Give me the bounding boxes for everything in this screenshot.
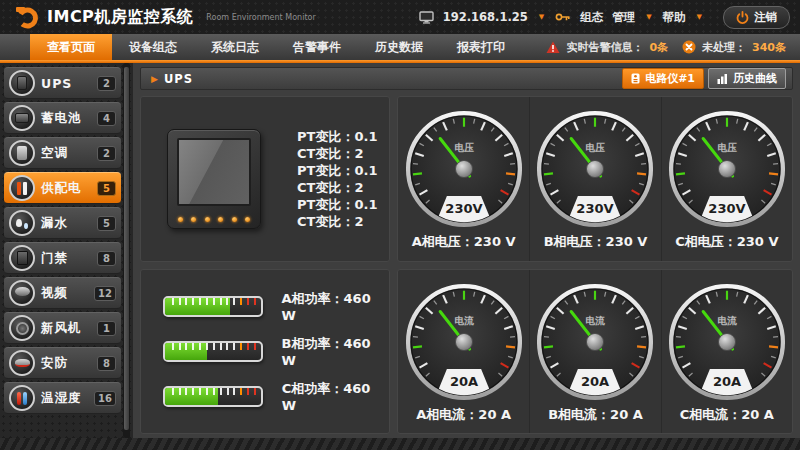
history-curve-button[interactable]: 历史曲线 — [708, 68, 786, 89]
ratio-line: PT变比：0.1 — [297, 162, 377, 179]
sidebar: UPS2蓄电池4空调2供配电5漏水5门禁8视频12新风机1安防8温湿度16 — [0, 63, 133, 438]
logout-label: 注销 — [754, 10, 777, 25]
meter-device-panel: PT变比：0.1CT变比：2PT变比：0.1CT变比：2PT变比：0.1CT变比… — [140, 96, 390, 262]
nav-tab[interactable]: 设备组态 — [112, 34, 194, 60]
power-bar-row: C相功率：460 W — [163, 380, 389, 413]
sidebar-item-漏水[interactable]: 漏水5 — [4, 207, 121, 239]
current-gauge: 电流20AB相电流：20 A — [529, 270, 660, 434]
svg-text:电压: 电压 — [717, 142, 737, 153]
sidebar-item-label: 蓄电池 — [41, 110, 97, 127]
app-window: IMCP机房监控系统 Room Environment Monitor 192.… — [0, 0, 800, 450]
nav-tab[interactable]: 系统日志 — [194, 34, 276, 60]
ratio-line: PT变比：0.1 — [297, 128, 377, 145]
voltage-gauge: 电压230VB相电压：230 V — [529, 97, 660, 261]
alert-status: 实时告警信息：0条 未处理：340条 — [546, 34, 800, 60]
device-count-badge: 4 — [97, 111, 116, 126]
svg-text:电流: 电流 — [454, 315, 474, 326]
manage-caret-icon[interactable]: ▼ — [646, 13, 651, 21]
header: IMCP机房监控系统 Room Environment Monitor 192.… — [0, 0, 800, 34]
help-caret-icon[interactable]: ▼ — [697, 13, 702, 21]
alert-count: 0条 — [649, 40, 668, 55]
sidebar-item-供配电[interactable]: 供配电5 — [4, 172, 121, 204]
footer-texture — [0, 438, 800, 450]
device-leds — [178, 217, 250, 222]
ratio-line: CT变比：2 — [297, 179, 377, 196]
battery-icon — [9, 105, 35, 131]
device-screen — [177, 138, 251, 206]
monitor-icon — [419, 11, 434, 24]
header-toolbar: 192.168.1.25 ▼ 组态 管理 ▼ 帮助 ▼ 注销 — [419, 6, 790, 29]
bar-chart-icon — [717, 73, 728, 84]
sidebar-item-label: 空调 — [41, 145, 97, 162]
nav-tab[interactable]: 报表打印 — [440, 34, 522, 60]
ratio-line: CT变比：2 — [297, 145, 377, 162]
gauge-caption: B相电流：20 A — [548, 406, 643, 424]
unhandled-count: 340条 — [752, 40, 786, 55]
device-count-badge: 2 — [97, 76, 116, 91]
sidebar-item-label: UPS — [41, 76, 97, 91]
breadcrumb: UPS — [164, 72, 193, 86]
key-icon — [555, 11, 571, 23]
sidebar-item-视频[interactable]: 视频12 — [4, 277, 121, 309]
sidebar-item-label: 门禁 — [41, 250, 97, 267]
svg-text:230V: 230V — [577, 201, 615, 216]
circuit-meter-button[interactable]: 电路仪#1 — [622, 68, 704, 89]
sidebar-item-门禁[interactable]: 门禁8 — [4, 242, 121, 274]
menu-config[interactable]: 组态 — [580, 10, 603, 25]
security-icon — [9, 350, 35, 376]
power-bar-row: A相功率：460 W — [163, 290, 389, 323]
menu-manage[interactable]: 管理 — [612, 10, 635, 25]
power-bar — [163, 341, 263, 362]
sidebar-item-新风机[interactable]: 新风机1 — [4, 312, 121, 344]
ratio-line: CT变比：2 — [297, 213, 377, 230]
gauge-dial: 电压230V — [664, 106, 790, 232]
svg-text:电流: 电流 — [586, 315, 606, 326]
device-count-badge: 8 — [97, 251, 116, 266]
fan-icon — [9, 315, 35, 341]
device-count-badge: 5 — [97, 216, 116, 231]
svg-text:电流: 电流 — [717, 315, 737, 326]
sidebar-item-蓄电池[interactable]: 蓄电池4 — [4, 102, 121, 134]
unhandled-icon — [682, 40, 696, 54]
device-count-badge: 8 — [97, 356, 116, 371]
pt-ct-ratio-list: PT变比：0.1CT变比：2PT变比：0.1CT变比：2PT变比：0.1CT变比… — [297, 128, 377, 230]
sidebar-item-label: 新风机 — [41, 320, 97, 337]
device-count-badge: 5 — [97, 181, 116, 196]
logout-button[interactable]: 注销 — [723, 6, 790, 29]
svg-text:230V: 230V — [445, 201, 483, 216]
gauge-caption: B相电压：230 V — [544, 233, 648, 251]
gauge-caption: C相电压：230 V — [675, 233, 778, 251]
unhandled-label: 未处理： — [702, 40, 746, 55]
main-area: ▶ UPS 电路仪#1 历史曲线 — [133, 63, 800, 438]
power-bar-row: B相功率：460 W — [163, 335, 389, 368]
app-title: IMCP机房监控系统 — [47, 7, 193, 28]
breadcrumb-arrow-icon: ▶ — [151, 74, 158, 84]
gauge-caption: A相电流：20 A — [416, 406, 511, 424]
scrollbar-thumb[interactable] — [124, 67, 129, 430]
voltage-gauge: 电压230VA相电压：230 V — [398, 97, 529, 261]
sidebar-item-label: 温湿度 — [41, 390, 94, 407]
svg-text:230V: 230V — [708, 201, 746, 216]
menu-help[interactable]: 帮助 — [663, 10, 686, 25]
nav-tabs: 查看页面设备组态系统日志告警事件历史数据报表打印 — [30, 34, 522, 60]
temp-humidity-icon — [9, 385, 35, 411]
ip-caret-icon[interactable]: ▼ — [539, 13, 544, 21]
nav-bar: 查看页面设备组态系统日志告警事件历史数据报表打印 实时告警信息：0条 未处理：3… — [0, 34, 800, 60]
voltage-gauge: 电压230VC相电压：230 V — [661, 97, 792, 261]
sidebar-item-温湿度[interactable]: 温湿度16 — [4, 382, 121, 414]
nav-tab[interactable]: 查看页面 — [30, 34, 112, 60]
svg-text:电压: 电压 — [454, 142, 474, 153]
nav-tab[interactable]: 告警事件 — [276, 34, 358, 60]
logo-icon — [14, 4, 40, 30]
gauge-dial: 电流20A — [664, 279, 790, 405]
history-curve-label: 历史曲线 — [733, 71, 777, 86]
logo: IMCP机房监控系统 Room Environment Monitor — [14, 4, 316, 30]
nav-tab[interactable]: 历史数据 — [358, 34, 440, 60]
sidebar-item-空调[interactable]: 空调2 — [4, 137, 121, 169]
sidebar-item-UPS[interactable]: UPS2 — [4, 67, 121, 99]
device-count-badge: 12 — [94, 286, 116, 301]
ip-address[interactable]: 192.168.1.25 — [443, 10, 528, 24]
sidebar-scrollbar[interactable] — [123, 63, 130, 438]
sidebar-item-安防[interactable]: 安防8 — [4, 347, 121, 379]
alert-label: 实时告警信息： — [566, 40, 643, 55]
